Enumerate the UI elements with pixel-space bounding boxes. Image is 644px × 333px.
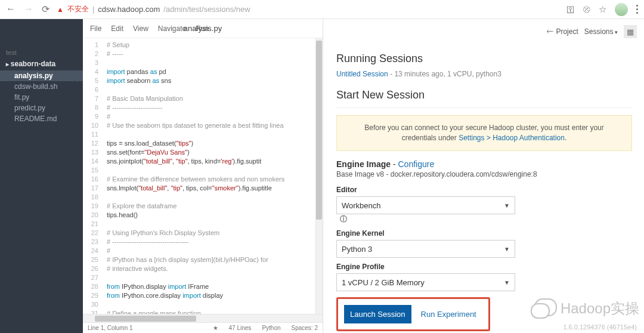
file-item-fit-py[interactable]: fit.py: [6, 92, 83, 103]
insecure-label: 不安全: [67, 4, 89, 14]
chevron-down-icon: ▼: [504, 279, 510, 286]
project-label: test: [6, 49, 83, 56]
code-content[interactable]: # Setup # ----- import pandas as pd impo…: [103, 38, 323, 314]
menu-edit[interactable]: Edit: [111, 24, 123, 33]
indent-mode: Spaces: 2: [292, 325, 318, 331]
base-image-text: Base Image v8 - docker.repository.cloude…: [336, 170, 632, 178]
menu-navigate[interactable]: Navigate: [158, 24, 186, 33]
reload-icon[interactable]: ⟳: [42, 4, 49, 15]
launch-session-button[interactable]: Launch Session: [344, 305, 411, 323]
file-item-predict-py[interactable]: predict.py: [6, 103, 83, 113]
version-text: 1.6.0.1294376 (46715e4): [563, 323, 637, 331]
bookmark-star-icon[interactable]: ☆: [599, 4, 606, 15]
browser-toolbar: ← → ⟳ ▲ 不安全 | cdsw.hadoop.com/admin/test…: [0, 0, 644, 19]
run-experiment-link[interactable]: Run Experiment: [421, 310, 476, 319]
insecure-icon: ▲: [57, 5, 64, 14]
chat-icon: [531, 298, 557, 319]
configure-link[interactable]: Configure: [398, 159, 434, 169]
editor-statusbar: Line 1, Column 1 ★ 47 Lines Python Space…: [83, 322, 323, 333]
forward-icon[interactable]: →: [24, 4, 33, 15]
file-item-README-md[interactable]: README.md: [6, 113, 83, 124]
kernel-select[interactable]: Python 3▼: [336, 240, 515, 258]
apps-grid-icon[interactable]: ▦: [624, 25, 637, 38]
menu-view[interactable]: View: [133, 24, 148, 33]
line-gutter: 1234567891011121314151617181920212223242…: [83, 38, 103, 314]
editor-column: FileEditViewNavigateRun analysis.py 1234…: [83, 19, 323, 333]
editor-select[interactable]: Workbench▼: [336, 196, 515, 214]
file-sidebar: test seaborn-data analysis.pycdsw-build.…: [0, 19, 83, 333]
line-count: 47 Lines: [229, 325, 252, 331]
horizontal-scrollbar[interactable]: [83, 314, 323, 322]
menu-file[interactable]: File: [90, 24, 101, 33]
start-new-heading: Start New Session: [336, 89, 632, 101]
editor-menubar: FileEditViewNavigateRun analysis.py: [83, 19, 323, 38]
action-button-row: Launch Session Run Experiment: [336, 297, 490, 331]
menu-run[interactable]: Run: [196, 24, 209, 33]
translate-icon[interactable]: ⦼: [583, 4, 590, 15]
file-item-cdsw-build-sh[interactable]: cdsw-build.sh: [6, 81, 83, 92]
watermark: Hadoop实操: [531, 298, 639, 319]
editor-label: Editor: [336, 186, 632, 194]
engine-image-label: Engine Image: [336, 159, 391, 169]
running-sessions-heading: Running Sessions: [336, 53, 632, 65]
url-host: cdsw.hadoop.com: [98, 5, 160, 14]
kernel-label: Engine Kernel: [336, 229, 632, 238]
running-session-meta: - 13 minutes ago, 1 vCPU, python3: [388, 70, 501, 78]
hadoop-auth-link[interactable]: Settings > Hadoop Authentication: [459, 134, 565, 142]
url-path: /admin/test/sessions/new: [163, 5, 250, 14]
star-icon[interactable]: ★: [213, 325, 218, 331]
vertical-scrollbar[interactable]: [315, 38, 323, 314]
profile-avatar[interactable]: [615, 3, 628, 16]
profile-select[interactable]: 1 vCPU / 2 GiB Memory▼: [336, 273, 515, 291]
session-panel: 🡐 Project Sessions ▦ Running Sessions Un…: [323, 19, 644, 333]
kebab-menu-icon[interactable]: [636, 5, 638, 14]
code-editor[interactable]: 1234567891011121314151617181920212223242…: [83, 38, 323, 314]
folder-root[interactable]: seaborn-data: [6, 60, 83, 68]
chevron-down-icon: ▼: [504, 202, 510, 209]
cursor-position: Line 1, Column 1: [88, 325, 133, 331]
profile-label: Engine Profile: [336, 263, 632, 271]
language-mode: Python: [262, 325, 280, 331]
password-key-icon[interactable]: ⚿: [566, 5, 575, 14]
address-bar[interactable]: ▲ 不安全 | cdsw.hadoop.com/admin/test/sessi…: [57, 4, 250, 14]
sessions-dropdown[interactable]: Sessions: [584, 27, 618, 36]
auth-alert: Before you can connect to your secure Ha…: [336, 115, 632, 151]
file-item-analysis-py[interactable]: analysis.py: [0, 70, 83, 81]
project-link[interactable]: 🡐 Project: [546, 27, 578, 36]
info-icon[interactable]: ⓘ: [340, 214, 347, 224]
chevron-down-icon: ▼: [504, 246, 510, 252]
running-session-link[interactable]: Untitled Session: [336, 70, 388, 78]
back-icon[interactable]: ←: [6, 4, 16, 15]
